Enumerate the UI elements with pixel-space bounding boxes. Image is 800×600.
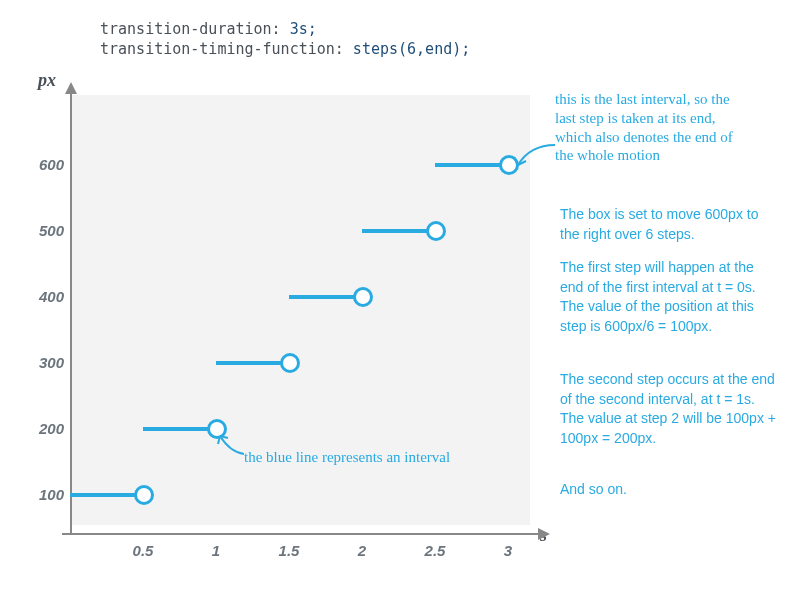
- y-tick: 400: [24, 288, 64, 305]
- code-key-2: transition-timing-function:: [100, 40, 344, 58]
- side-paragraph-3: The second step occurs at the end of the…: [560, 370, 780, 448]
- step-end-marker: [207, 419, 227, 439]
- annotation-top: this is the last interval, so the last s…: [555, 90, 785, 165]
- x-axis: [62, 533, 540, 535]
- step-end-marker: [280, 353, 300, 373]
- x-tick: 1.5: [269, 542, 309, 559]
- side-paragraph-4: And so on.: [560, 480, 780, 500]
- step-interval: [216, 361, 289, 365]
- step-end-marker: [353, 287, 373, 307]
- step-end-marker: [499, 155, 519, 175]
- step-end-marker: [426, 221, 446, 241]
- annotation-mid: the blue line represents an interval: [244, 448, 450, 467]
- code-val-1: 3s;: [281, 20, 317, 38]
- code-snippet: transition-duration: 3s; transition-timi…: [100, 20, 470, 59]
- x-tick: 2: [342, 542, 382, 559]
- step-end-marker: [134, 485, 154, 505]
- y-tick: 100: [24, 486, 64, 503]
- y-tick: 200: [24, 420, 64, 437]
- y-axis-label: px: [38, 70, 56, 91]
- y-axis: [70, 90, 72, 535]
- y-axis-arrow-icon: [65, 82, 77, 94]
- y-tick: 300: [24, 354, 64, 371]
- y-tick: 600: [24, 156, 64, 173]
- code-val-2: steps(6,end);: [344, 40, 470, 58]
- step-interval: [362, 229, 435, 233]
- x-tick: 3: [488, 542, 528, 559]
- side-paragraph-2: The first step will happen at the end of…: [560, 258, 780, 336]
- x-tick: 0.5: [123, 542, 163, 559]
- side-paragraph-1: The box is set to move 600px to the righ…: [560, 205, 780, 244]
- step-interval: [435, 163, 508, 167]
- x-axis-arrow-icon: [538, 528, 550, 540]
- step-interval: [70, 493, 143, 497]
- step-interval: [143, 427, 216, 431]
- y-tick: 500: [24, 222, 64, 239]
- step-interval: [289, 295, 362, 299]
- x-tick: 2.5: [415, 542, 455, 559]
- code-key-1: transition-duration:: [100, 20, 281, 38]
- x-tick: 1: [196, 542, 236, 559]
